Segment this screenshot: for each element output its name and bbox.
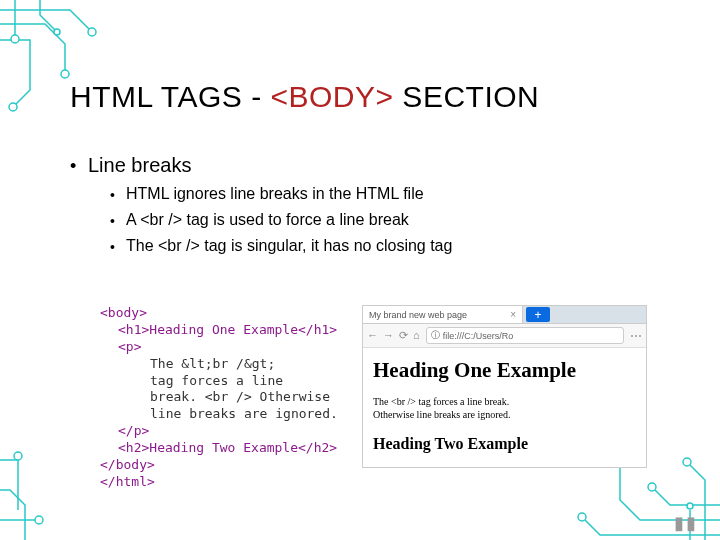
rendered-h1: Heading One Example <box>373 358 636 383</box>
code-example: <body> <h1>Heading One Example</h1> <p> … <box>100 305 350 491</box>
bullet-main-text: Line breaks <box>88 154 191 176</box>
browser-tab[interactable]: My brand new web page × <box>363 306 523 323</box>
home-icon[interactable]: ⌂ <box>413 329 420 342</box>
menu-icon[interactable]: ⋯ <box>630 329 642 343</box>
code-line: line breaks are ignored. <box>150 406 338 421</box>
circuit-decoration-bottom-left <box>0 390 70 540</box>
svg-point-9 <box>687 503 693 509</box>
title-pre: HTML TAGS - <box>70 80 270 113</box>
svg-point-8 <box>683 458 691 466</box>
browser-toolbar: ← → ⟳ ⌂ ⓘ file:///C:/Users/Ro ⋯ <box>363 324 646 348</box>
svg-point-7 <box>578 513 586 521</box>
code-line: </html> <box>100 474 155 489</box>
forward-icon[interactable]: → <box>383 329 394 342</box>
sub-bullet-text: The <br /> tag is singular, it has no cl… <box>126 237 452 254</box>
close-icon[interactable]: × <box>510 309 516 320</box>
bullet-main: Line breaks HTML ignores line breaks in … <box>70 154 650 255</box>
slide-title: HTML TAGS - <BODY> SECTION <box>70 80 650 114</box>
rendered-line: Otherwise line breaks are ignored. <box>373 409 510 420</box>
plus-icon: + <box>534 308 541 322</box>
svg-point-6 <box>648 483 656 491</box>
pause-icon[interactable]: ▮▮ <box>674 512 698 534</box>
code-line: break. <br /> Otherwise <box>150 389 330 404</box>
new-tab-button[interactable]: + <box>526 307 550 322</box>
code-line: <body> <box>100 305 147 320</box>
code-line: </p> <box>118 423 149 438</box>
code-line: The &lt;br /&gt; <box>150 356 275 371</box>
sub-bullet-text: HTML ignores line breaks in the HTML fil… <box>126 185 424 202</box>
rendered-paragraph: The <br /> tag forces a line break. Othe… <box>373 395 636 421</box>
browser-tabbar: My brand new web page × + <box>363 306 646 324</box>
rendered-line: The <br /> tag forces a line break. <box>373 396 509 407</box>
sub-bullet: HTML ignores line breaks in the HTML fil… <box>110 185 650 203</box>
tab-title: My brand new web page <box>369 310 467 320</box>
sub-bullet: A <br /> tag is used to force a line bre… <box>110 211 650 229</box>
code-line: <p> <box>118 339 141 354</box>
sub-bullet-text: A <br /> tag is used to force a line bre… <box>126 211 409 228</box>
code-line: tag forces a line <box>150 373 283 388</box>
address-bar[interactable]: ⓘ file:///C:/Users/Ro <box>426 327 624 344</box>
code-line: </body> <box>100 457 155 472</box>
bullet-list: Line breaks HTML ignores line breaks in … <box>70 154 650 255</box>
svg-point-11 <box>35 516 43 524</box>
svg-point-10 <box>14 452 22 460</box>
rendered-h2: Heading Two Example <box>373 435 636 453</box>
url-text: file:///C:/Users/Ro <box>443 331 514 341</box>
back-icon[interactable]: ← <box>367 329 378 342</box>
title-post: SECTION <box>394 80 540 113</box>
code-line: <h2>Heading Two Example</h2> <box>118 440 337 455</box>
nav-buttons: ← → ⟳ ⌂ <box>367 329 420 342</box>
browser-mock: My brand new web page × + ← → ⟳ ⌂ ⓘ file… <box>362 305 647 468</box>
code-line: <h1>Heading One Example</h1> <box>118 322 337 337</box>
sub-bullet-list: HTML ignores line breaks in the HTML fil… <box>88 185 650 255</box>
sub-bullet: The <br /> tag is singular, it has no cl… <box>110 237 650 255</box>
info-icon: ⓘ <box>431 329 440 342</box>
rendered-page: Heading One Example The <br /> tag force… <box>363 348 646 467</box>
title-body-tag: <BODY> <box>270 80 393 113</box>
reload-icon[interactable]: ⟳ <box>399 329 408 342</box>
examples-row: <body> <h1>Heading One Example</h1> <p> … <box>100 305 647 491</box>
